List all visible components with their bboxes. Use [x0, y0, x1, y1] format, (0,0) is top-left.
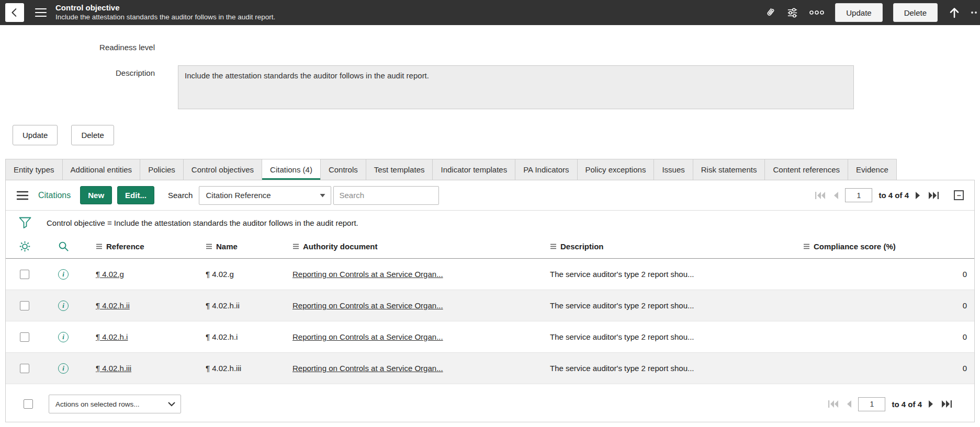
search-input[interactable] — [333, 186, 439, 205]
record-detail-form: Readiness level Description Include the … — [0, 25, 980, 145]
tab-policy-exceptions[interactable]: Policy exceptions — [577, 159, 655, 180]
info-icon[interactable]: i — [58, 363, 69, 374]
page-range-text: to 4 of 4 — [892, 400, 922, 409]
more-ellipsis-icon[interactable] — [809, 10, 825, 15]
row-checkbox[interactable] — [20, 301, 29, 310]
form-delete-button[interactable]: Delete — [71, 125, 114, 145]
column-label: Compliance score (%) — [814, 242, 896, 251]
description-cell: The service auditor's type 2 report shou… — [539, 270, 793, 279]
attachment-paperclip-icon[interactable] — [764, 6, 776, 19]
tab-control-objectives[interactable]: Control objectives — [183, 159, 262, 180]
authority-document-link[interactable]: Reporting on Controls at a Service Organ… — [292, 301, 443, 310]
tab-test-templates[interactable]: Test templates — [366, 159, 433, 180]
first-page-icon[interactable] — [828, 400, 839, 408]
column-label: Name — [216, 242, 238, 251]
column-header-authority-document[interactable]: Authority document — [282, 242, 539, 251]
panel-title: Citations — [38, 191, 71, 200]
reference-link[interactable]: ¶ 4.02.h.ii — [96, 301, 130, 310]
info-icon[interactable]: i — [58, 269, 69, 280]
citations-panel: Citations New Edit... Search Citation Re… — [5, 180, 975, 422]
description-textarea[interactable]: Include the attestation standards the au… — [178, 65, 854, 109]
tab-pa-indicators[interactable]: PA Indicators — [515, 159, 577, 180]
active-filter-text: Control objective = Include the attestat… — [47, 218, 358, 227]
tab-additional-entities[interactable]: Additional entities — [62, 159, 141, 180]
tab-risk-statements[interactable]: Risk statements — [693, 159, 765, 180]
page-number-input[interactable] — [858, 397, 885, 411]
row-checkbox[interactable] — [20, 270, 29, 279]
related-records-tabs: Entity types Additional entities Policie… — [5, 159, 975, 180]
row-checkbox[interactable] — [20, 332, 29, 342]
compliance-score-cell: 0 — [793, 332, 974, 341]
table-settings-gear-icon[interactable] — [6, 240, 43, 252]
last-page-icon[interactable] — [941, 400, 952, 408]
new-citation-button[interactable]: New — [80, 186, 112, 204]
top-bar: Control objective Include the attestatio… — [0, 0, 980, 25]
table-row: i ¶ 4.02.h.i ¶ 4.02.h.i Reporting on Con… — [6, 321, 974, 353]
name-cell: ¶ 4.02.g — [195, 270, 282, 279]
info-icon[interactable]: i — [58, 301, 69, 311]
column-handle-icon — [206, 244, 212, 249]
menu-hamburger-icon[interactable] — [35, 7, 47, 18]
search-field-select[interactable]: Citation Reference — [199, 186, 331, 205]
scroll-top-arrow-icon[interactable] — [948, 6, 961, 19]
pagination-bottom: to 4 of 4 — [828, 397, 952, 411]
row-checkbox[interactable] — [20, 364, 29, 373]
tab-issues[interactable]: Issues — [654, 159, 693, 180]
name-cell: ¶ 4.02.h.ii — [195, 301, 282, 310]
back-button[interactable] — [5, 3, 24, 22]
readiness-level-label: Readiness level — [0, 40, 178, 52]
page-range-text: to 4 of 4 — [878, 191, 909, 200]
authority-document-link[interactable]: Reporting on Controls at a Service Organ… — [292, 364, 443, 373]
filter-funnel-icon[interactable] — [18, 216, 32, 229]
reference-link[interactable]: ¶ 4.02.h.iii — [96, 364, 131, 373]
first-page-icon[interactable] — [815, 191, 826, 200]
tab-evidence[interactable]: Evidence — [848, 159, 897, 180]
last-page-icon[interactable] — [928, 191, 939, 200]
tab-citations[interactable]: Citations (4) — [262, 159, 321, 180]
previous-page-icon[interactable] — [832, 191, 839, 200]
topbar-update-button[interactable]: Update — [835, 3, 882, 22]
column-handle-icon — [550, 244, 557, 249]
column-header-description[interactable]: Description — [539, 242, 793, 251]
clipped-edge-icon[interactable] — [971, 11, 977, 14]
bulk-actions-label: Actions on selected rows... — [55, 400, 168, 408]
tab-entity-types[interactable]: Entity types — [5, 159, 63, 180]
sliders-filter-icon[interactable] — [786, 7, 798, 19]
topbar-delete-button[interactable]: Delete — [893, 3, 938, 22]
tab-policies[interactable]: Policies — [140, 159, 184, 180]
chevron-left-icon — [9, 7, 20, 18]
page-subtitle: Include the attestation standards the au… — [55, 13, 275, 22]
search-label: Search — [168, 191, 193, 200]
table-row: i ¶ 4.02.h.iii ¶ 4.02.h.iii Reporting on… — [6, 353, 974, 384]
edit-citation-button[interactable]: Edit... — [117, 186, 154, 204]
column-label: Authority document — [303, 242, 378, 251]
select-all-checkbox[interactable] — [24, 399, 33, 409]
column-header-name[interactable]: Name — [195, 242, 282, 251]
tab-indicator-templates[interactable]: Indicator templates — [432, 159, 515, 180]
collapse-panel-icon[interactable]: − — [954, 190, 964, 200]
column-header-reference[interactable]: Reference — [83, 242, 195, 251]
page-number-input[interactable] — [845, 188, 872, 202]
info-icon[interactable]: i — [58, 332, 69, 342]
next-page-icon[interactable] — [915, 191, 922, 200]
next-page-icon[interactable] — [928, 400, 935, 408]
tab-controls[interactable]: Controls — [320, 159, 366, 180]
table-row: i ¶ 4.02.g ¶ 4.02.g Reporting on Control… — [6, 259, 974, 290]
description-cell: The service auditor's type 2 report shou… — [539, 301, 793, 310]
name-cell: ¶ 4.02.h.i — [195, 332, 282, 341]
column-header-compliance-score[interactable]: Compliance score (%) — [793, 242, 974, 251]
form-update-button[interactable]: Update — [13, 125, 58, 145]
panel-menu-hamburger-icon[interactable] — [16, 190, 29, 201]
table-search-icon[interactable] — [43, 240, 83, 252]
reference-link[interactable]: ¶ 4.02.h.i — [96, 332, 128, 341]
authority-document-link[interactable]: Reporting on Controls at a Service Organ… — [292, 332, 443, 341]
tab-content-references[interactable]: Content references — [764, 159, 848, 180]
authority-document-link[interactable]: Reporting on Controls at a Service Organ… — [292, 270, 443, 279]
compliance-score-cell: 0 — [793, 364, 974, 373]
active-filter-row: Control objective = Include the attestat… — [6, 211, 974, 235]
table-footer: Actions on selected rows... to 4 of 4 — [6, 384, 974, 422]
previous-page-icon[interactable] — [845, 400, 852, 408]
description-label: Description — [0, 65, 178, 111]
bulk-actions-select[interactable]: Actions on selected rows... — [49, 395, 181, 413]
reference-link[interactable]: ¶ 4.02.g — [96, 270, 124, 279]
